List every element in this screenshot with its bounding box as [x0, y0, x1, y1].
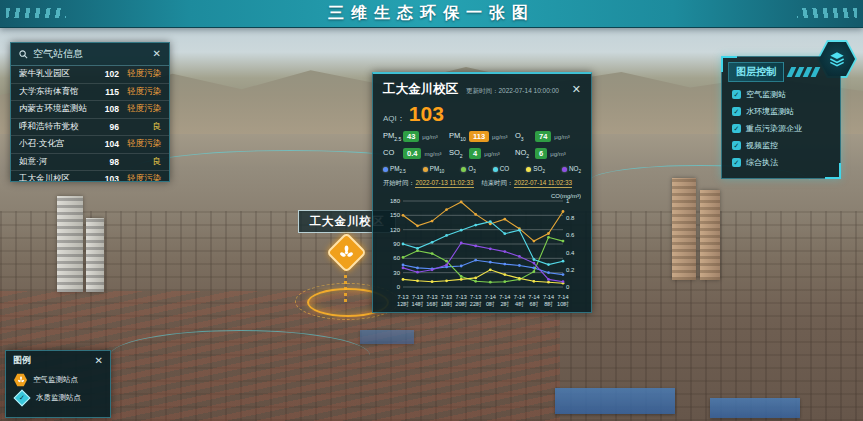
- legend-dot-icon: [423, 167, 428, 172]
- aqi-value: 103: [409, 103, 444, 124]
- map-legend-panel: 图例 ✕ 空气监测站点 ✓ 水质监测站点: [5, 350, 111, 418]
- start-time-group: 开始时间： 2022-07-13 11:02:33: [383, 179, 474, 188]
- checkbox-checked-icon[interactable]: ✓: [732, 90, 741, 99]
- start-time-input[interactable]: 2022-07-13 11:02:33: [415, 179, 473, 188]
- svg-text:8时: 8时: [544, 301, 553, 307]
- station-list: 蒙牛乳业园区 102 轻度污染 大学东街体育馆 115 轻度污染 内蒙古环境监测…: [11, 66, 169, 182]
- svg-text:16时: 16时: [426, 301, 438, 307]
- close-icon[interactable]: ✕: [153, 49, 161, 59]
- map-decoration-white-tower: [57, 196, 83, 292]
- svg-text:7-14: 7-14: [528, 294, 539, 300]
- page-title: 三维生态环保一张图: [328, 3, 535, 24]
- station-name: 呼和浩特市党校: [19, 121, 95, 133]
- svg-text:7-14: 7-14: [485, 294, 496, 300]
- aqi-label: AQI：: [383, 113, 405, 124]
- svg-text:0.6: 0.6: [566, 233, 575, 239]
- svg-text:2时: 2时: [500, 301, 509, 307]
- layer-item[interactable]: ✓ 综合执法: [722, 154, 840, 171]
- layer-item[interactable]: ✓ 重点污染源企业: [722, 120, 840, 137]
- diamond-cyan-station-icon: ✓: [14, 390, 31, 407]
- chart-legend-item[interactable]: PM10: [423, 165, 444, 174]
- station-name: 内蒙古环境监测站: [19, 103, 95, 115]
- map-decoration-contour-line: [110, 330, 370, 381]
- layer-control-panel: 图层控制 ✓ 空气监测站 ✓ 水环境监测站 ✓ 重点污染源企业 ✓ 视频监控 ✓…: [721, 56, 841, 179]
- legend-item-label: 空气监测站点: [33, 375, 78, 385]
- svg-text:4时: 4时: [515, 301, 524, 307]
- station-row[interactable]: 工大金川校区 103 轻度污染: [11, 171, 169, 182]
- legend-dot-icon: [562, 167, 567, 172]
- svg-text:12时: 12时: [397, 301, 409, 307]
- hexagon-orange-station-icon: [14, 373, 27, 387]
- svg-text:7-13: 7-13: [397, 294, 408, 300]
- station-row[interactable]: 小召·文化宫 104 轻度污染: [11, 136, 169, 154]
- pollutant-cell: SO2 4 μg/m³: [449, 148, 515, 159]
- chart-legend-item[interactable]: O3: [461, 165, 475, 174]
- title-bar: 三维生态环保一张图: [0, 0, 863, 28]
- layer-label: 视频监控: [746, 140, 778, 151]
- layer-item[interactable]: ✓ 视频监控: [722, 137, 840, 154]
- chart-legend-item[interactable]: PM2.5: [383, 165, 406, 174]
- legend-item-air: 空气监测站点: [6, 369, 110, 387]
- legend-label: PM10: [430, 165, 444, 174]
- search-icon[interactable]: [19, 50, 28, 59]
- legend-item-label: 水质监测站点: [36, 393, 81, 403]
- pollutant-unit: μg/m³: [550, 151, 565, 157]
- legend-label: SO2: [533, 165, 545, 174]
- svg-text:7-13: 7-13: [456, 294, 467, 300]
- station-aqi-level: 良: [119, 156, 161, 168]
- close-icon[interactable]: ✕: [572, 84, 581, 95]
- line-chart-svg: 030609012015018000.20.40.60.81CO(mg/m³)7…: [383, 191, 581, 313]
- end-time-input[interactable]: 2022-07-14 11:02:33: [514, 179, 572, 188]
- station-aqi-level: 轻度污染: [119, 103, 161, 115]
- legend-dot-icon: [526, 167, 531, 172]
- checkbox-checked-icon[interactable]: ✓: [732, 124, 741, 133]
- pollutant-unit: μg/m³: [484, 151, 499, 157]
- svg-text:22时: 22时: [470, 301, 482, 307]
- update-time-value: 2022-07-14 10:00:00: [499, 87, 559, 94]
- pollutant-label: SO2: [449, 148, 468, 159]
- layer-label: 重点污染源企业: [746, 123, 802, 134]
- legend-item-water: ✓ 水质监测站点: [6, 387, 110, 405]
- checkbox-checked-icon[interactable]: ✓: [732, 107, 741, 116]
- checkbox-checked-icon[interactable]: ✓: [732, 158, 741, 167]
- layer-panel-header: 图层控制: [728, 62, 834, 82]
- station-name: 蒙牛乳业园区: [19, 68, 95, 80]
- map-decoration-brown-tower: [700, 190, 720, 280]
- aqi-row: AQI： 103: [383, 103, 581, 124]
- station-row[interactable]: 大学东街体育馆 115 轻度污染: [11, 84, 169, 102]
- close-icon[interactable]: ✕: [95, 356, 103, 366]
- svg-text:150: 150: [390, 213, 401, 219]
- svg-text:20时: 20时: [455, 301, 467, 307]
- station-aqi-value: 103: [95, 174, 119, 182]
- station-row[interactable]: 如意·河 98 良: [11, 154, 169, 172]
- start-time-label: 开始时间：: [383, 179, 414, 188]
- layer-list: ✓ 空气监测站 ✓ 水环境监测站 ✓ 重点污染源企业 ✓ 视频监控 ✓ 综合执法: [722, 86, 840, 171]
- svg-text:0时: 0时: [486, 301, 495, 307]
- svg-text:18时: 18时: [441, 301, 453, 307]
- svg-text:7-13: 7-13: [470, 294, 481, 300]
- pollutant-trend-chart[interactable]: 030609012015018000.20.40.60.81CO(mg/m³)7…: [383, 191, 581, 317]
- svg-text:0: 0: [566, 284, 570, 290]
- legend-label: O3: [468, 165, 475, 174]
- chart-legend-item[interactable]: SO2: [526, 165, 545, 174]
- station-list-panel: 空气站信息 ✕ 蒙牛乳业园区 102 轻度污染 大学东街体育馆 115 轻度污染…: [10, 42, 170, 182]
- map-decoration-blue-roof: [710, 398, 800, 418]
- legend-dot-icon: [493, 167, 498, 172]
- svg-text:90: 90: [393, 241, 400, 247]
- station-aqi-level: 轻度污染: [119, 86, 161, 98]
- station-row[interactable]: 蒙牛乳业园区 102 轻度污染: [11, 66, 169, 84]
- chart-legend-item[interactable]: NO2: [562, 165, 581, 174]
- station-detail-panel: 工大金川校区 更新时间：2022-07-14 10:00:00 ✕ AQI： 1…: [372, 72, 592, 313]
- station-aqi-value: 115: [95, 87, 119, 97]
- station-panel-title: 空气站信息: [33, 47, 83, 61]
- layer-item[interactable]: ✓ 水环境监测站: [722, 103, 840, 120]
- layer-item[interactable]: ✓ 空气监测站: [722, 86, 840, 103]
- station-aqi-level: 轻度污染: [119, 173, 161, 182]
- station-row[interactable]: 内蒙古环境监测站 108 轻度污染: [11, 101, 169, 119]
- station-name: 大学东街体育馆: [19, 86, 95, 98]
- checkbox-checked-icon[interactable]: ✓: [732, 141, 741, 150]
- station-row[interactable]: 呼和浩特市党校 96 良: [11, 119, 169, 137]
- layer-label: 空气监测站: [746, 89, 786, 100]
- chart-legend-item[interactable]: CO: [493, 165, 509, 174]
- pollutant-label: CO: [383, 148, 402, 159]
